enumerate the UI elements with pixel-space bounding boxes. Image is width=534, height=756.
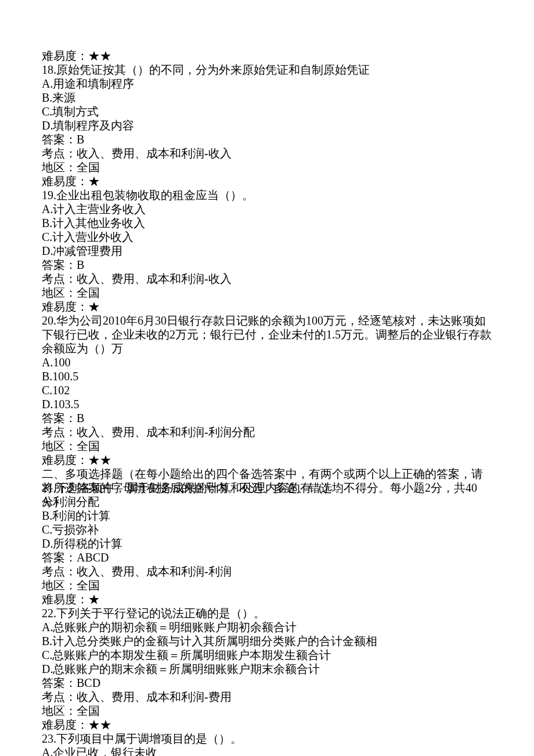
- text-line: 难易度：★★: [42, 453, 492, 467]
- text-line: A.100: [42, 355, 492, 369]
- text-line: 答案：BCD: [42, 676, 492, 690]
- text-line: 20.华为公司2010年6月30日银行存款日记账的余额为100万元，经逐笔核对，…: [42, 314, 492, 355]
- text-line: B.计入总分类账户的金额与计入其所属明细分类账户的合计金额相: [42, 634, 492, 648]
- text-line: B.计入其他业务收入: [42, 216, 492, 230]
- text-line: 地区：全国: [42, 578, 492, 592]
- text-line: C.总账账户的本期发生额＝所属明细账户本期发生额合计: [42, 648, 492, 662]
- text-line: 地区：全国: [42, 704, 492, 718]
- text-line: B.100.5: [42, 369, 492, 383]
- text-line: 难易度：★: [42, 592, 492, 606]
- text-line: B.利润的计算: [42, 509, 492, 523]
- text-line: 难易度：★: [42, 300, 492, 314]
- text-line: D.所得税的计算: [42, 537, 492, 550]
- text-line: 地区：全国: [42, 439, 492, 453]
- text-line: 19.企业出租包装物收取的租金应当（）。: [42, 188, 492, 202]
- text-line: 考点：收入、费用、成本和利润-收入: [42, 272, 492, 286]
- text-line: A.企业已收，银行未收: [42, 746, 492, 756]
- text-line: C.亏损弥补: [42, 523, 492, 537]
- text-line: 答案：B: [42, 258, 492, 272]
- text-line: D.总账账户的期末余额＝所属明细账账户期末余额合计: [42, 662, 492, 676]
- text-line: D.冲减管理费用: [42, 244, 492, 258]
- text-line: 答案：B: [42, 132, 492, 146]
- document-page: 难易度：★★18.原始凭证按其（）的不同，分为外来原始凭证和自制原始凭证A.用途…: [0, 0, 534, 756]
- text-line: 地区：全国: [42, 160, 492, 174]
- text-line: A.用途和填制程序: [42, 77, 492, 91]
- text-line: 22.下列关于平行登记的说法正确的是（）。: [42, 606, 492, 620]
- text-line: 答案：B: [42, 411, 492, 425]
- text-line: A.总账账户的期初余额＝明细账账户期初余额合计: [42, 620, 492, 634]
- text-line: 二、多项选择题（在每小题给出的四个备选答案中，有两个或两个以上正确的答案，请将所…: [42, 467, 492, 481]
- text-line: B.来源: [42, 91, 492, 105]
- text-line: D.填制程序及内容: [42, 118, 492, 132]
- text-line: 难易度：★★: [42, 718, 492, 732]
- text-line: D.103.5: [42, 397, 492, 411]
- text-line: 答案：ABCD: [42, 550, 492, 564]
- text-line: 难易度：★: [42, 174, 492, 188]
- text-line: 难易度：★★: [42, 49, 492, 63]
- text-line: 地区：全国: [42, 286, 492, 300]
- text-line: 考点：收入、费用、成本和利润-收入: [42, 146, 492, 160]
- text-line: C.填制方式: [42, 105, 492, 118]
- text-line: 考点：收入、费用、成本和利润-利润分配: [42, 425, 492, 439]
- text-line: 考点：收入、费用、成本和利润-费用: [42, 690, 492, 704]
- text-line: C.计入营业外收入: [42, 230, 492, 244]
- text-line: 18.原始凭证按其（）的不同，分为外来原始凭证和自制原始凭证: [42, 63, 492, 77]
- text-line: 23.下列项目中属于调增项目的是（）。: [42, 732, 492, 746]
- text-line: 考点：收入、费用、成本和利润-利润: [42, 564, 492, 578]
- text-line: C.102: [42, 383, 492, 397]
- text-line: A.计入主营业务收入: [42, 202, 492, 216]
- text-line: A.利润分配: [42, 495, 492, 509]
